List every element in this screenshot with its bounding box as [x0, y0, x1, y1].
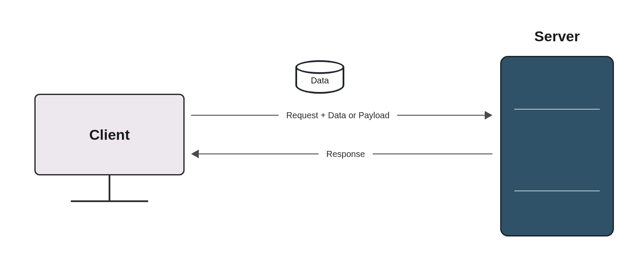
- arrow-line: [373, 153, 492, 154]
- data-label: Data: [311, 76, 329, 86]
- arrowhead-right-icon: [485, 111, 492, 120]
- server-icon: [500, 56, 614, 236]
- monitor-base: [71, 200, 148, 202]
- response-arrow: Response: [191, 148, 492, 160]
- server-slot-line: [514, 109, 600, 110]
- arrow-line: [199, 153, 319, 154]
- client-label: Client: [89, 126, 130, 143]
- data-cylinder-icon: Data: [295, 60, 344, 94]
- server-label: Server: [535, 28, 580, 45]
- response-label: Response: [319, 149, 373, 159]
- cylinder-top: [295, 60, 344, 74]
- monitor-stand: [109, 175, 110, 200]
- server-slot-line: [514, 190, 600, 191]
- arrow-line: [191, 115, 279, 116]
- arrow-line: [397, 115, 485, 116]
- monitor-icon: Client: [34, 94, 185, 175]
- client-node: Client: [34, 94, 185, 175]
- arrowhead-left-icon: [191, 150, 199, 158]
- server-title-box: Server: [509, 21, 605, 52]
- diagram-stage: Client Server Data Request + Data or Pay…: [0, 0, 644, 267]
- request-label: Request + Data or Payload: [279, 110, 398, 120]
- request-arrow: Request + Data or Payload: [191, 109, 492, 121]
